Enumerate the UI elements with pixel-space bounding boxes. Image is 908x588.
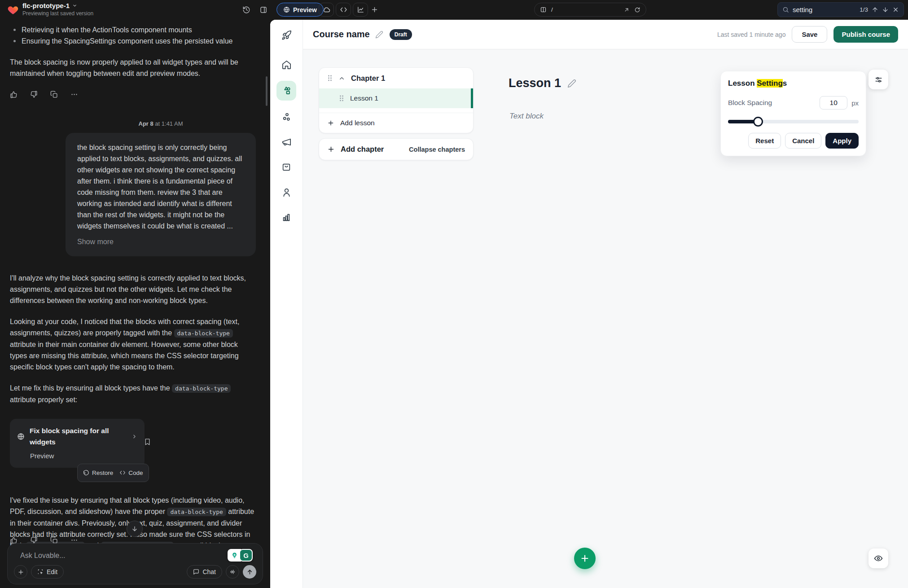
sidebar-item-home[interactable] — [277, 56, 295, 74]
plus-icon — [18, 569, 24, 575]
reset-button[interactable]: Reset — [748, 133, 781, 149]
undo-icon — [83, 470, 89, 476]
add-chapter-button[interactable]: Add chapter — [341, 145, 384, 154]
globe-icon — [283, 6, 290, 13]
more-icon[interactable] — [70, 91, 78, 98]
voice-input-button[interactable] — [226, 565, 239, 579]
chapter-card: Chapter 1 Lesson 1 Add lesson — [319, 67, 474, 133]
search-input[interactable] — [793, 6, 842, 13]
search-close-icon[interactable] — [892, 6, 899, 13]
bullet-item: Retrieving it when the ActionTools compo… — [10, 24, 256, 35]
lesson-row-selected[interactable]: Lesson 1 — [319, 88, 473, 108]
chat-mode-button[interactable]: Chat — [187, 565, 222, 579]
code-view-button[interactable] — [336, 3, 351, 17]
refresh-icon[interactable] — [634, 7, 640, 13]
thumbs-up-icon[interactable] — [10, 91, 18, 98]
project-name-button[interactable]: flc-prototype-1 — [22, 2, 93, 9]
code-button[interactable]: Code — [119, 467, 143, 478]
search-prev-icon[interactable] — [872, 6, 878, 13]
pencil-icon — [567, 79, 576, 88]
project-subtitle: Previewing last saved version — [22, 10, 93, 17]
sidebar-item-store[interactable] — [277, 158, 295, 176]
add-chapter-card: Add chapter Collapse chapters — [319, 138, 474, 160]
inline-code: data-block-type — [172, 384, 231, 393]
chevron-down-icon — [72, 3, 77, 8]
save-button[interactable]: Save — [792, 26, 827, 43]
show-more-link[interactable]: Show more — [77, 236, 244, 247]
publish-course-button[interactable]: Publish course — [833, 26, 898, 43]
history-icon[interactable] — [242, 6, 250, 14]
edit-lesson-name-icon[interactable] — [567, 79, 576, 88]
drag-handle-icon[interactable] — [327, 75, 333, 82]
edit-course-name-icon[interactable] — [375, 31, 383, 39]
deploy-cloud-button[interactable] — [319, 3, 334, 17]
pencil-icon — [375, 31, 383, 39]
bullet-item: Ensuring the SpacingSettings component u… — [10, 35, 256, 47]
lesson-heading: Lesson 1 — [509, 76, 561, 90]
panel-icon[interactable] — [259, 6, 268, 14]
restore-button[interactable]: Restore — [83, 467, 113, 478]
copy-icon[interactable] — [50, 91, 58, 98]
voice-icon — [229, 569, 236, 575]
topbar: flc-prototype-1 Previewing last saved ve… — [0, 0, 908, 20]
chat-input[interactable] — [20, 552, 191, 560]
bookmark-icon[interactable] — [144, 438, 151, 446]
edit-mode-button[interactable]: Edit — [31, 565, 64, 579]
grammarly-widget[interactable]: G — [228, 549, 253, 562]
sidebar-item-rocket[interactable] — [277, 26, 295, 44]
lovable-logo-icon[interactable] — [7, 4, 19, 16]
attach-button[interactable] — [14, 565, 27, 579]
chapter-header-row[interactable]: Chapter 1 — [319, 68, 473, 88]
drag-handle-icon[interactable] — [339, 95, 344, 102]
add-block-fab[interactable] — [574, 548, 596, 569]
bar-chart-icon — [281, 212, 291, 222]
search-next-icon[interactable] — [882, 6, 889, 13]
app-header: Course name Draft Last saved 1 minute ag… — [303, 20, 908, 49]
lesson-settings-panel: Lesson Settings Block Spacing px Reset C… — [720, 71, 866, 156]
slider-thumb[interactable] — [753, 117, 763, 127]
block-spacing-slider[interactable] — [728, 117, 859, 127]
url-bar[interactable]: / — [534, 3, 646, 17]
arrow-up-icon — [246, 569, 253, 575]
grammarly-g-icon: G — [239, 549, 253, 562]
block-spacing-input[interactable] — [820, 96, 847, 110]
chat-scrollbar[interactable] — [266, 76, 268, 106]
edit-card-title: Fix block spacing for all widgets — [30, 425, 127, 448]
text-block-placeholder[interactable]: Text block — [509, 112, 544, 121]
lesson-settings-toggle-button[interactable] — [869, 70, 888, 89]
url-path: / — [551, 6, 553, 13]
plus-icon — [580, 553, 590, 563]
code-icon — [340, 6, 347, 13]
sidebar-item-profile[interactable] — [277, 183, 295, 201]
preview-mode-button[interactable] — [869, 549, 888, 568]
sidebar-item-analytics[interactable] — [277, 208, 295, 226]
scroll-to-bottom-button[interactable] — [127, 521, 143, 537]
preview-label: Preview — [293, 6, 317, 13]
open-external-icon[interactable] — [623, 7, 630, 13]
plus-icon — [327, 145, 335, 153]
edit-version-card[interactable]: Fix block spacing for all widgets Previe… — [10, 419, 145, 468]
sidebar-item-courses[interactable] — [276, 81, 296, 101]
assistant-paragraph: Looking at your code, I noticed that the… — [10, 316, 256, 373]
apply-button[interactable]: Apply — [825, 133, 859, 149]
assistant-summary: The block spacing is now properly applie… — [10, 57, 256, 79]
sliders-icon — [874, 75, 883, 84]
block-spacing-label: Block Spacing — [728, 99, 772, 107]
add-lesson-button[interactable]: Add lesson — [319, 113, 473, 133]
inline-code: data-block-type — [167, 508, 226, 516]
cancel-button[interactable]: Cancel — [785, 133, 821, 149]
sidebar-item-marketing[interactable] — [277, 133, 295, 151]
user-message-bubble: the block spacing setting is only correc… — [66, 133, 256, 256]
analytics-button[interactable] — [353, 3, 368, 17]
add-tab-icon[interactable] — [371, 6, 378, 13]
thumbs-down-icon[interactable] — [30, 91, 38, 98]
draft-status-badge: Draft — [390, 29, 412, 40]
chevron-up-icon[interactable] — [338, 75, 345, 82]
search-highlight: Setting — [757, 79, 783, 88]
project-name: flc-prototype-1 — [22, 2, 70, 9]
sidebar-item-community[interactable] — [277, 108, 295, 126]
edit-card-subtitle: Preview — [30, 450, 137, 461]
collapse-chapters-button[interactable]: Collapse chapters — [409, 146, 465, 153]
send-button[interactable] — [243, 565, 256, 579]
preview-button[interactable]: Preview — [276, 3, 324, 17]
